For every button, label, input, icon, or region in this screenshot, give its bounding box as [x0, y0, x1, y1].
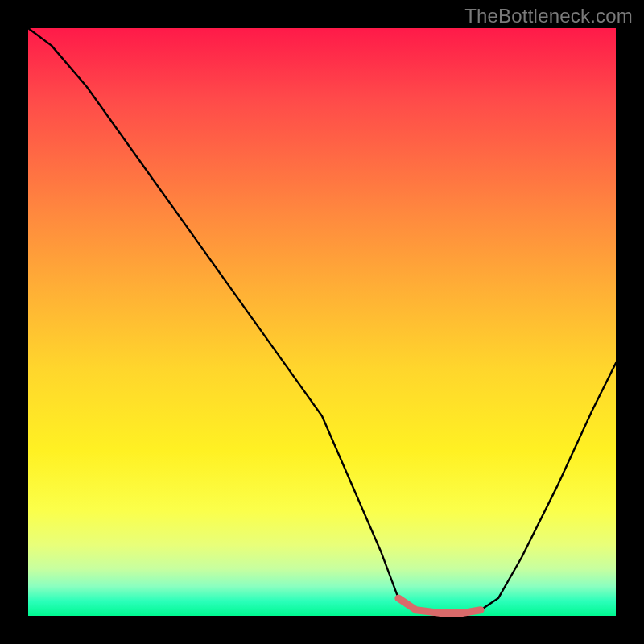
sweet-spot-highlight [398, 598, 481, 613]
chart-svg [28, 28, 616, 616]
bottleneck-curve [28, 28, 616, 613]
chart-frame: TheBottleneck.com [0, 0, 644, 644]
chart-plot-area [28, 28, 616, 616]
watermark-text: TheBottleneck.com [464, 5, 633, 27]
